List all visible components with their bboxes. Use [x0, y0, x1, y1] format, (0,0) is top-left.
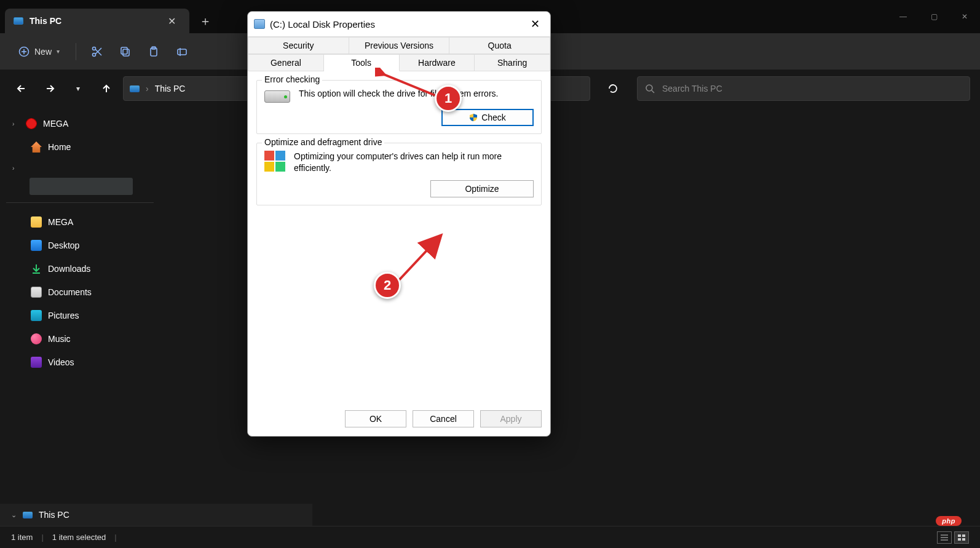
sidebar-label: Documents [48, 287, 92, 297]
statusbar: 1 item | 1 item selected | [0, 526, 980, 548]
svg-rect-7 [123, 49, 129, 56]
this-pc-icon [23, 512, 33, 518]
sidebar-item-downloads[interactable]: Downloads [0, 257, 160, 280]
check-button[interactable]: Check [441, 109, 534, 126]
refresh-button[interactable] [599, 77, 627, 100]
window-tab[interactable]: This PC ✕ [5, 9, 189, 33]
tab-hardware[interactable]: Hardware [400, 54, 475, 71]
home-icon [31, 141, 42, 153]
optimize-text: Optimizing your computer's drives can he… [294, 151, 534, 174]
sidebar-item-redacted[interactable]: › [0, 159, 160, 178]
dialog-close-button[interactable]: ✕ [526, 15, 544, 33]
status-selected-count: 1 item selected [52, 533, 106, 542]
videos-icon [31, 357, 42, 368]
tab-close-button[interactable]: ✕ [163, 13, 181, 30]
apply-button[interactable]: Apply [480, 410, 542, 427]
music-icon [31, 333, 42, 344]
sidebar-item-documents[interactable]: Documents [0, 280, 160, 304]
close-window-button[interactable]: ✕ [949, 4, 980, 29]
mega-icon [26, 118, 37, 129]
dialog-titlebar[interactable]: (C:) Local Disk Properties ✕ [248, 12, 550, 36]
sidebar-item-mega-folder[interactable]: MEGA [0, 210, 160, 234]
chevron-down-icon: ▾ [57, 48, 60, 55]
watermark: php [936, 516, 962, 526]
properties-dialog: (C:) Local Disk Properties ✕ Security Pr… [247, 11, 551, 437]
sidebar-item-mega[interactable]: ›MEGA [0, 112, 160, 135]
copy-icon [119, 46, 132, 58]
group-legend: Error checking [262, 74, 322, 84]
sidebar-expand-section: ⌄This PC [0, 504, 160, 526]
sidebar-item-music[interactable]: Music [0, 327, 160, 351]
svg-point-16 [646, 85, 652, 91]
view-toggle [937, 531, 969, 544]
svg-rect-11 [178, 49, 186, 55]
tab-quota[interactable]: Quota [449, 37, 550, 54]
search-placeholder: Search This PC [662, 84, 722, 93]
new-button[interactable]: New ▾ [11, 41, 67, 62]
arrow-left-icon [16, 83, 27, 94]
arrow-up-icon [101, 83, 112, 94]
paste-icon [148, 46, 160, 58]
sidebar-item-videos[interactable]: Videos [0, 351, 160, 374]
copy-button[interactable] [113, 39, 138, 64]
optimize-group: Optimize and defragment drive Optimizing… [256, 143, 542, 205]
chevron-down-icon: ⌄ [11, 511, 17, 519]
this-pc-icon [130, 85, 140, 92]
details-view-button[interactable] [937, 531, 952, 544]
svg-line-17 [652, 90, 654, 93]
sidebar-item-home[interactable]: Home [0, 135, 160, 159]
svg-rect-26 [962, 538, 965, 541]
maximize-button[interactable]: ▢ [919, 4, 949, 29]
sidebar-item-desktop[interactable]: Desktop [0, 234, 160, 257]
dialog-tabs: Security Previous Versions Quota General… [248, 36, 550, 71]
optimize-button[interactable]: Optimize [430, 180, 534, 197]
breadcrumb-this-pc[interactable]: This PC [155, 84, 186, 93]
back-button[interactable] [10, 77, 33, 100]
tab-security[interactable]: Security [248, 37, 349, 54]
sidebar-label: Downloads [48, 264, 90, 274]
sidebar-label: MEGA [43, 119, 68, 129]
svg-rect-25 [958, 538, 961, 541]
paste-button[interactable] [141, 39, 166, 64]
cancel-button[interactable]: Cancel [413, 410, 474, 427]
search-icon [645, 84, 655, 93]
group-legend: Optimize and defragment drive [262, 137, 384, 147]
tab-sharing[interactable]: Sharing [475, 54, 550, 71]
tab-general[interactable]: General [248, 54, 324, 71]
forward-button[interactable] [38, 77, 61, 100]
ok-button[interactable]: OK [345, 410, 406, 427]
icons-view-button[interactable] [954, 531, 969, 544]
details-icon [940, 534, 949, 541]
search-input[interactable]: Search This PC [637, 76, 970, 101]
rename-button[interactable] [170, 39, 194, 64]
svg-rect-24 [962, 534, 965, 537]
cut-button[interactable] [85, 39, 109, 64]
icons-icon [957, 534, 966, 541]
dialog-footer: OK Cancel Apply [248, 404, 550, 436]
sidebar-label: Pictures [48, 311, 79, 320]
defrag-icon [264, 151, 285, 172]
sidebar-label: This PC [39, 510, 69, 520]
dialog-title: (C:) Local Disk Properties [270, 19, 526, 30]
rename-icon [176, 46, 188, 58]
svg-rect-23 [958, 534, 961, 537]
tab-previous-versions[interactable]: Previous Versions [349, 37, 450, 54]
sidebar-redacted [30, 178, 133, 195]
tab-tools[interactable]: Tools [324, 54, 400, 71]
folder-icon [31, 216, 42, 228]
scissors-icon [91, 46, 103, 58]
new-tab-button[interactable]: ＋ [189, 9, 221, 33]
sidebar-item-pictures[interactable]: Pictures [0, 304, 160, 327]
error-checking-group: Error checking This option will check th… [256, 80, 542, 134]
status-separator: | [114, 533, 116, 542]
up-button[interactable] [95, 77, 118, 100]
svg-point-4 [93, 47, 96, 50]
chevron-right-icon: › [12, 121, 20, 127]
new-button-label: New [34, 47, 52, 57]
minimize-button[interactable]: — [888, 4, 919, 29]
error-checking-text: This option will check the drive for fil… [299, 88, 534, 100]
sidebar-label: Music [48, 334, 71, 344]
recent-button[interactable]: ▾ [66, 77, 90, 100]
sidebar-item-this-pc[interactable]: ⌄This PC [0, 504, 160, 526]
window-controls: — ▢ ✕ [888, 4, 980, 29]
